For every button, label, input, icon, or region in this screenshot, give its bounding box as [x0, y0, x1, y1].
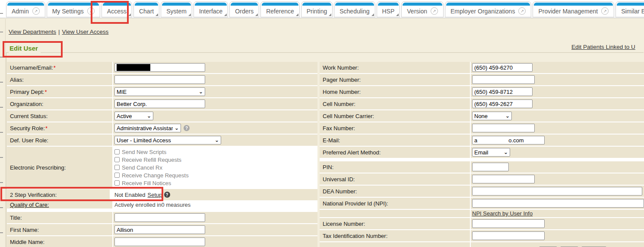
field-label: Universal ID: [320, 173, 470, 185]
universal-id-input[interactable] [472, 175, 535, 183]
tab-label: Printing [307, 8, 327, 15]
tab-orders[interactable]: Orders [229, 1, 259, 17]
electronic-prescribing-checkbox-0[interactable] [114, 149, 120, 154]
tab-reference[interactable]: Reference [260, 1, 300, 17]
preferred-alert-method-select[interactable]: Email⌄ [472, 148, 510, 157]
open-new-window-icon[interactable]: ↗ [601, 7, 609, 15]
current-status-select[interactable]: Active⌄ [114, 112, 153, 120]
tab-printing[interactable]: Printing [301, 1, 333, 17]
dea-number-input[interactable] [472, 187, 642, 196]
status-text: Not Enabled [114, 192, 146, 198]
tab-my-settings[interactable]: My Settings↗ [47, 1, 100, 17]
select-chevron-icon: ⌄ [174, 125, 179, 131]
tab-interface[interactable]: Interface [194, 1, 228, 17]
field-label: Organization: [7, 98, 112, 109]
license-number-input[interactable] [472, 219, 545, 228]
tab-access[interactable]: Access [102, 1, 132, 17]
electronic-prescribing-checkbox-3[interactable] [114, 173, 120, 178]
help-icon[interactable]: ? [184, 125, 190, 131]
e-mail-input[interactable]: ao.com [472, 136, 545, 144]
middle-name-input[interactable] [114, 237, 205, 246]
tab-similar-exposure-groups[interactable]: Similar Exposure Groups ( [615, 1, 644, 17]
dropdown-caret-icon [155, 13, 158, 16]
page-title: Edit User [9, 45, 41, 53]
tab-hsp[interactable]: HSP [377, 1, 400, 17]
tab-system[interactable]: System [161, 1, 192, 17]
primary-dept-select[interactable]: MIE⌄ [114, 87, 205, 96]
tab-accent-bar [403, 3, 442, 6]
tab-accent-bar [103, 3, 131, 6]
field-label-text: Home Number: [323, 89, 361, 95]
electronic-prescribing-checkbox-1[interactable] [114, 157, 120, 162]
npi-search-link[interactable]: NPI Search by User Info [472, 210, 533, 217]
work-number-input[interactable]: (650) 459-6270 [472, 63, 533, 72]
tab-chart[interactable]: Chart [133, 1, 159, 17]
tab-label: Employer Organizations [450, 8, 515, 15]
view-user-access-link[interactable]: View User Access [62, 29, 109, 35]
field-label [320, 242, 470, 247]
checkbox-label: Receive Fill Notices [122, 180, 171, 186]
username-email-input[interactable] [114, 63, 205, 72]
setup-link[interactable]: Setup [148, 192, 162, 198]
edit-patients-linked-link[interactable]: Edit Patients Linked to U [571, 44, 635, 50]
help-icon[interactable]: ? [164, 192, 170, 198]
tab-accent-bar [195, 3, 227, 6]
def-user-role-row: Def. User Role:User - Limited Access⌄ [7, 135, 317, 146]
field-label-text[interactable]: Quality of Care: [10, 202, 49, 208]
national-provider-id-npi-input[interactable] [472, 199, 644, 208]
cell-number-value-cell: (650) 459-2627 [471, 98, 644, 109]
dropdown-caret-icon [128, 13, 131, 16]
field-label: Fax Number: [320, 122, 470, 134]
security-role-select[interactable]: Administrative Assistant⌄ [114, 124, 181, 132]
pager-number-row: Pager Number: [320, 74, 644, 85]
middle-name-row: Middle Name: [7, 236, 317, 247]
open-new-window-icon[interactable]: ↗ [518, 7, 526, 15]
tab-label: System [166, 8, 187, 15]
license-number-value-cell [471, 218, 644, 229]
fax-number-input[interactable] [472, 124, 535, 132]
tab-label: Similar Exposure Groups ( [621, 8, 644, 15]
open-new-window-icon[interactable]: ↗ [87, 7, 95, 15]
tab-accent-bar [262, 3, 298, 6]
def-user-role-select[interactable]: User - Limited Access⌄ [114, 136, 221, 144]
cell-number-carrier-row: Cell Number Carrier:None⌄ [320, 110, 644, 122]
field-label: Electronic Prescribing: [7, 147, 112, 188]
field-label: 2 Step Verification: [7, 189, 112, 200]
input-value: (650) 459-2627 [474, 101, 513, 107]
select-chevron-icon: ⌄ [199, 89, 203, 94]
tab-admin[interactable]: Admin↗ [6, 1, 45, 17]
organization-input[interactable]: Better Corp. [114, 99, 205, 108]
field-label-text: Fax Number: [323, 125, 355, 132]
question-glyph: ? [185, 126, 188, 131]
security-role-value-cell: Administrative Assistant⌄? [113, 122, 317, 134]
username-email-row: Username/Email:* [7, 62, 317, 73]
tab-employer-organizations[interactable]: Employer Organizations↗ [445, 1, 531, 17]
tab-scheduling[interactable]: Scheduling [334, 1, 375, 17]
view-departments-link[interactable]: View Departments [9, 29, 56, 35]
tab-version[interactable]: Version↗ [401, 1, 444, 17]
title-input[interactable] [114, 213, 205, 222]
field-label: Work Number: [320, 62, 470, 73]
home-number-value-cell: (650) 459-8712 [471, 86, 644, 97]
dropdown-caret-icon [296, 13, 298, 16]
home-number-input[interactable]: (650) 459-8712 [472, 87, 533, 96]
field-label [320, 210, 470, 217]
cell-number-input[interactable]: (650) 459-2627 [472, 99, 533, 108]
field-label: National Provider Id (NPI): [320, 198, 470, 209]
open-new-window-icon[interactable]: ↗ [32, 7, 40, 15]
dropdown-caret-icon [371, 13, 374, 16]
tab-provider-management[interactable]: Provider Management↗ [533, 1, 614, 17]
first-name-input[interactable]: Allison [114, 225, 205, 234]
electronic-prescribing-checkbox-4[interactable] [114, 180, 120, 186]
field-label-text: Alias: [10, 77, 24, 83]
pin-input[interactable] [472, 163, 509, 171]
cell-number-row: Cell Number:(650) 459-2627 [320, 98, 644, 109]
tab-accent-bar [48, 3, 99, 6]
pager-number-input[interactable] [472, 75, 535, 84]
checkbox-label: Receive Refill Requests [122, 157, 181, 163]
electronic-prescribing-checkbox-2[interactable] [114, 165, 120, 170]
alias-input[interactable] [114, 75, 205, 84]
open-new-window-icon[interactable]: ↗ [431, 7, 438, 15]
tax-identification-number-input[interactable] [472, 231, 545, 240]
cell-number-carrier-select[interactable]: None⌄ [472, 112, 512, 120]
